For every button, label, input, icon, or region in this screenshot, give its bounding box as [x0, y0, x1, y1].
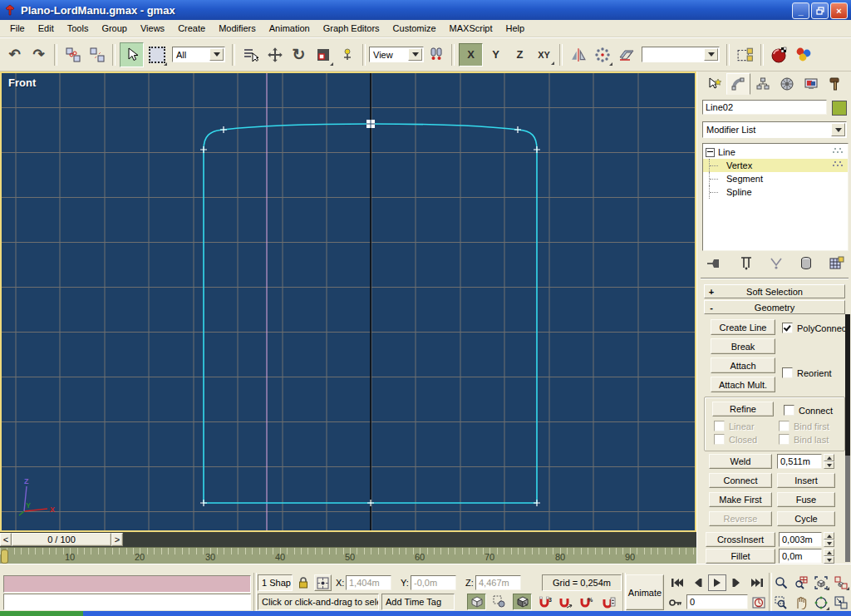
absolute-offset-toggle[interactable] — [314, 574, 332, 591]
reference-coordinate-dropdown[interactable]: View — [369, 47, 424, 62]
attach-button[interactable]: Attach — [711, 357, 775, 373]
weld-threshold-field[interactable]: 0,511m — [777, 454, 822, 469]
reorient-checkbox[interactable]: Reorient — [782, 367, 832, 378]
viewport-canvas[interactable]: X Y Z — [2, 73, 695, 530]
add-time-tag[interactable]: Add Time Tag — [381, 594, 455, 610]
tab-display[interactable] — [799, 73, 823, 95]
scrollbar-thumb[interactable] — [845, 314, 850, 456]
break-button[interactable]: Break — [711, 338, 775, 354]
menu-customize[interactable]: Customize — [386, 21, 443, 37]
remove-modifier-icon[interactable] — [799, 256, 813, 271]
polyconnect-checkbox[interactable]: PolyConnect — [782, 323, 849, 333]
close-button[interactable]: × — [830, 2, 848, 19]
time-configuration-button[interactable] — [750, 594, 767, 610]
use-pivot-point-button[interactable] — [425, 43, 447, 67]
connect-button[interactable]: Connect — [709, 473, 772, 488]
selection-region-button[interactable] — [145, 43, 168, 67]
spinner-down-icon[interactable] — [824, 540, 834, 547]
track-bar[interactable]: 10 20 30 40 50 60 70 80 90 — [0, 547, 696, 564]
menu-modifiers[interactable]: Modifiers — [212, 21, 263, 37]
go-to-start-button[interactable] — [668, 574, 686, 591]
play-animation-button[interactable] — [708, 574, 726, 591]
maxscript-listener-input[interactable] — [3, 594, 251, 610]
snap-toggle-3d[interactable]: 3 — [536, 594, 553, 610]
cycle-button[interactable]: Cycle — [777, 511, 835, 526]
select-object-button[interactable] — [120, 42, 144, 67]
menu-file[interactable]: File — [3, 21, 32, 37]
mirror-button[interactable] — [567, 43, 589, 67]
dropdown-arrow-icon[interactable] — [209, 48, 224, 61]
pin-stack-icon[interactable] — [706, 256, 724, 271]
menu-create[interactable]: Create — [171, 21, 212, 37]
material-editor-button[interactable] — [792, 43, 814, 67]
menu-graph-editors[interactable]: Graph Editors — [317, 21, 386, 37]
tab-create[interactable] — [702, 73, 726, 95]
rollout-soft-selection[interactable]: + Soft Selection — [704, 284, 845, 298]
menu-edit[interactable]: Edit — [32, 21, 61, 37]
window-crossing-toggle[interactable] — [489, 594, 509, 610]
weld-spinner[interactable] — [824, 454, 834, 469]
spinner-up-icon[interactable] — [824, 454, 834, 461]
unlink-button[interactable] — [86, 43, 108, 67]
fillet-spinner[interactable] — [824, 549, 834, 564]
tab-motion[interactable] — [775, 73, 799, 95]
make-unique-icon[interactable] — [769, 257, 784, 270]
weld-button[interactable]: Weld — [709, 454, 772, 469]
select-and-scale-button[interactable] — [312, 43, 334, 67]
x-coord-field[interactable]: 1,404m — [346, 575, 391, 590]
modifier-list-dropdown[interactable]: Modifier List — [702, 121, 847, 138]
transform-gizmo-toggle[interactable] — [513, 594, 532, 610]
spinner-down-icon[interactable] — [824, 556, 834, 564]
degradation-override-button[interactable] — [467, 594, 486, 610]
object-name-field[interactable]: Line02 — [702, 100, 827, 115]
undo-button[interactable]: ↶ — [3, 43, 26, 67]
percent-snap-toggle[interactable]: % — [578, 594, 595, 610]
tab-utilities[interactable] — [823, 73, 847, 95]
stack-item-vertex[interactable]: Vertex — [703, 159, 848, 172]
restrict-xy-plane-button[interactable]: XY — [533, 44, 555, 66]
object-color-swatch[interactable] — [832, 101, 847, 116]
edit-named-selections-button[interactable] — [734, 43, 756, 67]
spinner-snap-toggle[interactable] — [600, 594, 617, 610]
tab-modify[interactable] — [726, 73, 750, 95]
menu-help[interactable]: Help — [499, 21, 532, 37]
min-max-toggle-button[interactable] — [832, 594, 850, 611]
fillet-button[interactable]: Fillet — [706, 549, 775, 564]
menu-animation[interactable]: Animation — [263, 21, 317, 37]
pan-view-button[interactable] — [792, 594, 810, 611]
crossinsert-button[interactable]: CrossInsert — [706, 532, 775, 547]
spinner-up-icon[interactable] — [824, 532, 834, 540]
animate-button[interactable]: Animate — [626, 574, 664, 610]
collapse-icon[interactable] — [706, 148, 715, 157]
refine-button[interactable]: Refine — [712, 402, 774, 416]
array-button[interactable] — [591, 43, 613, 67]
stack-item-segment[interactable]: Segment — [703, 172, 848, 185]
time-slider-next-button[interactable]: > — [111, 533, 123, 546]
dropdown-arrow-icon[interactable] — [408, 48, 422, 61]
key-mode-toggle[interactable] — [668, 595, 683, 610]
connect-checkbox[interactable]: Connect — [784, 405, 833, 416]
rollout-geometry[interactable]: - Geometry — [704, 300, 845, 314]
dropdown-arrow-icon[interactable] — [831, 123, 845, 136]
z-coord-field[interactable]: 4,467m — [475, 575, 521, 590]
panel-scrollbar[interactable] — [845, 314, 850, 562]
start-button[interactable] — [0, 611, 83, 616]
create-line-button[interactable]: Create Line — [711, 319, 775, 335]
angle-snap-toggle[interactable] — [557, 594, 574, 610]
expand-icon[interactable]: + — [705, 287, 718, 297]
named-selection-sets-dropdown[interactable] — [642, 47, 720, 62]
maxscript-macro-recorder[interactable] — [3, 575, 251, 593]
checkbox-checked-icon[interactable] — [782, 323, 793, 333]
menu-group[interactable]: Group — [95, 21, 134, 37]
crossinsert-spinner[interactable] — [824, 532, 834, 547]
track-bar-marker[interactable] — [1, 549, 8, 564]
attach-mult-button[interactable]: Attach Mult. — [711, 377, 775, 392]
arc-rotate-button[interactable] — [812, 594, 830, 611]
stack-item-spline[interactable]: Spline — [703, 185, 848, 199]
spinner-up-icon[interactable] — [824, 549, 834, 556]
align-button[interactable] — [615, 43, 637, 67]
menu-views[interactable]: Views — [134, 21, 171, 37]
viewport-label[interactable]: Front — [8, 76, 36, 89]
zoom-all-button[interactable] — [792, 574, 810, 591]
select-and-manipulate-button[interactable] — [336, 43, 358, 67]
